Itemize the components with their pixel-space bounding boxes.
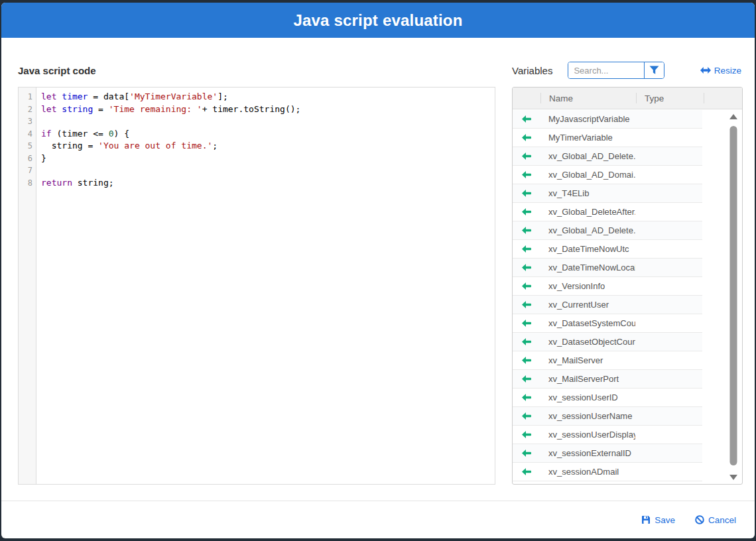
variable-name: xv_DateTimeNowLocal bbox=[540, 263, 635, 272]
javascript-evaluation-dialog: Java script evaluation Java script code … bbox=[1, 3, 755, 538]
variables-table-header: Name Type bbox=[513, 88, 742, 109]
variable-row[interactable]: xv_DateTimeNowLocal bbox=[513, 259, 702, 277]
line-number: 4 bbox=[19, 128, 36, 141]
variable-name: xv_sessionADmail bbox=[540, 467, 635, 477]
line-number: 2 bbox=[19, 103, 36, 116]
variable-row[interactable]: MyJavascriptVariable bbox=[513, 110, 702, 129]
insert-variable-arrow-icon[interactable] bbox=[513, 264, 540, 271]
variable-row[interactable]: MyTimerVariable bbox=[513, 129, 702, 147]
variable-row[interactable]: xv_sessionUserDisplay... bbox=[513, 426, 702, 444]
insert-variable-arrow-icon[interactable] bbox=[513, 431, 540, 438]
cancel-button[interactable]: Cancel bbox=[695, 515, 736, 525]
code-editor-label: Java script code bbox=[18, 65, 96, 76]
cancel-ban-icon bbox=[695, 515, 704, 524]
variable-row[interactable]: xv_Global_AD_Delete... bbox=[513, 147, 702, 166]
save-floppy-icon bbox=[641, 515, 651, 524]
dialog-footer: Save Cancel bbox=[1, 501, 755, 538]
variable-name: xv_sessionUserName bbox=[540, 411, 635, 421]
insert-variable-arrow-icon[interactable] bbox=[513, 468, 540, 475]
insert-variable-arrow-icon[interactable] bbox=[513, 320, 540, 327]
insert-variable-arrow-icon[interactable] bbox=[513, 152, 540, 160]
insert-variable-arrow-icon[interactable] bbox=[513, 301, 540, 308]
code-column: Java script code 12345678 let timer = da… bbox=[18, 62, 495, 485]
line-number: 7 bbox=[19, 164, 36, 177]
variable-row[interactable]: xv_DatasetSystemCou... bbox=[513, 314, 702, 333]
code-line[interactable]: } bbox=[41, 152, 495, 165]
code-line[interactable]: string = 'You are out of time.'; bbox=[41, 140, 495, 152]
resize-button[interactable]: Resize bbox=[700, 66, 743, 76]
variables-header-row: Variables Resize bbox=[512, 62, 743, 79]
code-line[interactable]: return string; bbox=[41, 177, 495, 190]
variable-row[interactable]: xv_sessionUserName bbox=[513, 407, 702, 426]
column-header-type: Type bbox=[637, 93, 704, 103]
variable-row[interactable]: xv_DatasetObjectCount bbox=[513, 333, 702, 351]
code-text-area[interactable]: let timer = data['MyTimerVariable'];let … bbox=[36, 88, 495, 484]
insert-variable-arrow-icon[interactable] bbox=[513, 245, 540, 253]
variable-name: xv_Global_DeleteAfter... bbox=[540, 207, 635, 217]
insert-variable-arrow-icon[interactable] bbox=[513, 190, 540, 197]
variable-name: xv_sessionUserDisplay... bbox=[540, 430, 635, 440]
variables-column: Variables Resize bbox=[512, 62, 743, 485]
code-line[interactable]: if (timer <= 0) { bbox=[41, 128, 495, 141]
variable-name: xv_sessionUserID bbox=[540, 392, 635, 402]
variable-row[interactable]: xv_MailServerPort bbox=[513, 370, 702, 389]
save-button[interactable]: Save bbox=[641, 515, 675, 525]
variable-row[interactable]: xv_sessionADmail bbox=[513, 463, 702, 481]
line-number: 3 bbox=[19, 115, 36, 128]
variable-row[interactable]: xv_T4ELib bbox=[513, 184, 702, 203]
insert-variable-arrow-icon[interactable] bbox=[513, 171, 540, 178]
code-line[interactable] bbox=[41, 164, 495, 177]
variable-row[interactable]: xv_DateTimeNowUtc bbox=[513, 240, 702, 259]
variable-name: xv_Global_AD_Delete... bbox=[540, 225, 635, 235]
variable-name: xv_DateTimeNowUtc bbox=[540, 244, 635, 254]
variable-row[interactable]: xv_Global_AD_Delete... bbox=[513, 221, 702, 240]
resize-label: Resize bbox=[714, 66, 741, 76]
variable-row[interactable]: xv_Global_DeleteAfter... bbox=[513, 203, 702, 221]
cancel-label: Cancel bbox=[708, 515, 736, 525]
insert-variable-arrow-icon[interactable] bbox=[513, 115, 540, 123]
save-label: Save bbox=[655, 515, 675, 525]
variable-name: xv_Global_AD_Domai... bbox=[540, 170, 635, 180]
insert-variable-arrow-icon[interactable] bbox=[513, 134, 540, 141]
variable-row[interactable]: xv_CurrentUser bbox=[513, 296, 702, 314]
dialog-title: Java script evaluation bbox=[293, 11, 462, 30]
variable-row[interactable]: xv_Global_AD_Domai... bbox=[513, 166, 702, 184]
scrollbar-down-arrow-icon[interactable] bbox=[729, 475, 737, 480]
variable-row[interactable]: xv_MailServer bbox=[513, 351, 702, 370]
variables-search-input[interactable] bbox=[568, 62, 644, 78]
variable-row[interactable]: xv_sessionExternalID bbox=[513, 444, 702, 463]
resize-horizontal-icon bbox=[700, 67, 711, 74]
variable-name: xv_MailServer bbox=[540, 355, 635, 365]
variable-name: xv_CurrentUser bbox=[540, 300, 635, 310]
insert-variable-arrow-icon[interactable] bbox=[513, 227, 540, 234]
code-header-row: Java script code bbox=[18, 62, 495, 79]
variable-name: xv_DatasetSystemCou... bbox=[540, 318, 635, 328]
code-editor[interactable]: 12345678 let timer = data['MyTimerVariab… bbox=[18, 87, 495, 485]
variable-row[interactable]: xv_VersionInfo bbox=[513, 277, 702, 296]
insert-variable-arrow-icon[interactable] bbox=[513, 412, 540, 420]
insert-variable-arrow-icon[interactable] bbox=[513, 282, 540, 290]
variables-list: MyJavascriptVariableMyTimerVariablexv_Gl… bbox=[513, 110, 702, 484]
insert-variable-arrow-icon[interactable] bbox=[513, 394, 540, 401]
column-header-name: Name bbox=[541, 93, 636, 103]
code-line[interactable] bbox=[41, 115, 495, 128]
filter-funnel-icon bbox=[649, 66, 659, 75]
line-number: 5 bbox=[19, 140, 36, 152]
insert-variable-arrow-icon[interactable] bbox=[513, 357, 540, 364]
variable-name: xv_Global_AD_Delete... bbox=[540, 151, 635, 161]
scrollbar-up-arrow-icon[interactable] bbox=[729, 114, 737, 119]
scrollbar-thumb[interactable] bbox=[730, 126, 737, 465]
insert-variable-arrow-icon[interactable] bbox=[513, 338, 540, 345]
variable-name: MyJavascriptVariable bbox=[540, 114, 635, 124]
insert-variable-arrow-icon[interactable] bbox=[513, 450, 540, 457]
dialog-header: Java script evaluation bbox=[1, 3, 755, 38]
variable-name: MyTimerVariable bbox=[540, 133, 635, 143]
code-line[interactable]: let timer = data['MyTimerVariable']; bbox=[41, 91, 495, 103]
insert-variable-arrow-icon[interactable] bbox=[513, 375, 540, 383]
insert-variable-arrow-icon[interactable] bbox=[513, 208, 540, 215]
filter-button[interactable] bbox=[644, 62, 664, 78]
line-number-gutter: 12345678 bbox=[19, 88, 36, 484]
variable-row[interactable]: xv_sessionUserID bbox=[513, 389, 702, 407]
code-line[interactable]: let string = 'Time remaining: '+ timer.t… bbox=[41, 103, 495, 116]
variables-scrollbar[interactable] bbox=[727, 113, 739, 481]
